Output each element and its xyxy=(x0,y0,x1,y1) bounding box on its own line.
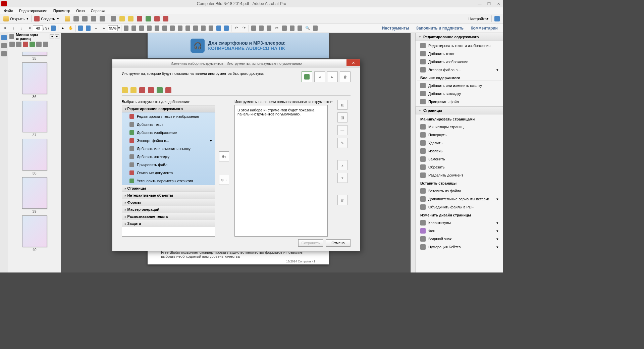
clip1[interactable] xyxy=(250,24,257,32)
user-tools-list[interactable]: В этом наборе инструментов будет показан… xyxy=(234,105,328,237)
view-cont[interactable] xyxy=(146,24,153,32)
leaf-bookmark[interactable]: Добавить закладку xyxy=(122,153,215,161)
doc-scrollbar[interactable] xyxy=(411,33,415,272)
expand-button[interactable] xyxy=(493,15,501,22)
thumbs-list[interactable]: 35 36 37 38 39 40 xyxy=(8,48,61,272)
add-to-set[interactable]: ⊕↑ xyxy=(219,151,229,161)
thumb-item[interactable]: 39 xyxy=(8,177,61,213)
qa-note2[interactable] xyxy=(130,87,137,93)
tree-cat-forms[interactable]: Формы xyxy=(122,199,215,206)
tb-save[interactable] xyxy=(72,15,80,22)
cut[interactable]: ✂ xyxy=(273,24,280,32)
view-single[interactable] xyxy=(138,24,145,32)
rp-thumbs[interactable]: Миниатюры страниц xyxy=(417,123,502,131)
leaf-attach[interactable]: Прикрепить файл xyxy=(122,161,215,169)
create-button[interactable]: Создать▾ xyxy=(33,15,60,22)
toolset-delete[interactable]: 🗑 xyxy=(340,71,351,82)
rp-more-insert[interactable]: Дополнительные варианты вставки▾ xyxy=(417,195,502,203)
thumb-item[interactable]: 38 xyxy=(8,139,61,175)
bookmark-icon[interactable] xyxy=(1,35,7,40)
rp-replace[interactable]: Заменить xyxy=(417,155,502,163)
view-i2[interactable] xyxy=(184,24,192,32)
maximize-button[interactable]: ❐ xyxy=(484,0,494,7)
qa-att1[interactable] xyxy=(139,87,145,93)
side-btn-1[interactable]: ◧ xyxy=(337,100,347,110)
thumb-tool5[interactable] xyxy=(36,42,42,47)
thumb-tool6[interactable] xyxy=(43,42,48,47)
view-i7[interactable] xyxy=(223,24,230,32)
menu-file[interactable]: Файл xyxy=(1,8,16,13)
search[interactable]: 🔍 xyxy=(304,24,311,32)
view-i4[interactable] xyxy=(200,24,207,32)
zoom-out[interactable]: − xyxy=(92,24,100,32)
zoom-input[interactable] xyxy=(108,25,118,31)
menu-window[interactable]: Окно xyxy=(73,8,88,13)
qa-att3[interactable] xyxy=(157,87,163,93)
zoom-in[interactable]: + xyxy=(100,24,107,32)
select-rect[interactable] xyxy=(77,24,84,32)
rp-edit-text[interactable]: Редактировать текст и изображения xyxy=(417,42,502,50)
tb-mail[interactable] xyxy=(98,15,106,22)
menu-edit[interactable]: Редактирование xyxy=(16,8,50,13)
rp-insert-file[interactable]: Вставить из файла xyxy=(417,187,502,195)
rp-rotate[interactable]: Повернуть xyxy=(417,131,502,139)
rp-crop[interactable]: Обрезать xyxy=(417,163,502,171)
view-fill[interactable] xyxy=(169,24,176,32)
camera[interactable] xyxy=(296,24,304,32)
tree-cat-interactive[interactable]: Интерактивные объекты xyxy=(122,192,215,199)
side-btn-2[interactable]: ◨ xyxy=(337,112,347,122)
add-to-qa[interactable]: ⊕→ xyxy=(219,175,229,185)
tab-fill[interactable]: Заполнить и подписать xyxy=(413,25,467,31)
thumb-tool4[interactable] xyxy=(30,42,35,47)
leaf-docinfo[interactable]: Описание документа xyxy=(122,169,215,177)
rp-delete[interactable]: Удалить xyxy=(417,139,502,147)
view-i5[interactable] xyxy=(207,24,215,32)
thumb-item[interactable]: 37 xyxy=(8,101,61,137)
dialog-close[interactable]: ✕ xyxy=(346,59,360,66)
tb-share[interactable] xyxy=(63,15,71,22)
move-down[interactable]: ▾ xyxy=(337,173,347,183)
fit-page[interactable] xyxy=(122,24,130,32)
leaf-openparams[interactable]: Установить параметры открытия xyxy=(122,177,215,185)
nav-down[interactable]: ↓ xyxy=(17,24,25,32)
rp-add-text[interactable]: Добавить текст xyxy=(417,50,502,58)
undo[interactable]: ↶ xyxy=(232,24,240,32)
rp-export[interactable]: Экспорт файла в...▾ xyxy=(417,66,502,74)
dialog-save[interactable]: Сохранить xyxy=(298,239,323,247)
toolset-next[interactable]: ▸ xyxy=(327,71,338,82)
view-dblcont[interactable] xyxy=(161,24,168,32)
thumb-item[interactable]: 36 xyxy=(8,62,61,99)
page-input[interactable] xyxy=(33,25,43,31)
qa-att2[interactable] xyxy=(148,87,154,93)
thumb-item[interactable]: 40 xyxy=(8,215,61,252)
view-i6[interactable] xyxy=(215,24,222,32)
tb-note1[interactable] xyxy=(118,15,126,22)
paste[interactable] xyxy=(288,24,296,32)
rp-split[interactable]: Разделить документ xyxy=(417,171,502,179)
tree-cat-ocr[interactable]: Распознавание текста xyxy=(122,213,215,220)
rp-attach[interactable]: Прикрепить файл xyxy=(417,98,502,106)
tree-cat-protect[interactable]: Защита xyxy=(122,220,215,227)
nav-back[interactable] xyxy=(50,24,57,32)
thumb-tool1[interactable] xyxy=(9,42,15,47)
leaf-export[interactable]: Экспорт файла в...▾ xyxy=(122,137,215,145)
pointer-tool[interactable]: ▸ xyxy=(59,24,67,32)
rp-combine[interactable]: Объединить файлы в PDF xyxy=(417,203,502,211)
view-double[interactable] xyxy=(153,24,161,32)
rp-link[interactable]: Добавить или изменить ссылку xyxy=(417,82,502,90)
open-button[interactable]: Открыть▾ xyxy=(2,15,30,22)
side-btn-4[interactable]: ✎ xyxy=(337,138,347,148)
rp-watermark[interactable]: Водяной знак▾ xyxy=(417,235,502,243)
hand-tool[interactable]: ✋ xyxy=(67,24,74,32)
side-delete[interactable]: 🗑 xyxy=(337,195,347,205)
tools-tree[interactable]: Редактирование содержимого Редактировать… xyxy=(122,105,215,237)
toolset-new[interactable] xyxy=(302,71,312,82)
dialog-cancel[interactable]: Отмена xyxy=(326,239,351,247)
settings-button[interactable]: Настройка ▾ xyxy=(467,15,490,22)
tb-gear[interactable] xyxy=(109,15,117,22)
thumbs-prev[interactable]: ◂ xyxy=(50,34,54,39)
tb-print[interactable] xyxy=(81,15,89,22)
tb-att1[interactable] xyxy=(136,15,144,22)
thumb-tool2[interactable] xyxy=(16,42,21,47)
thumb-tool3[interactable] xyxy=(23,42,28,47)
